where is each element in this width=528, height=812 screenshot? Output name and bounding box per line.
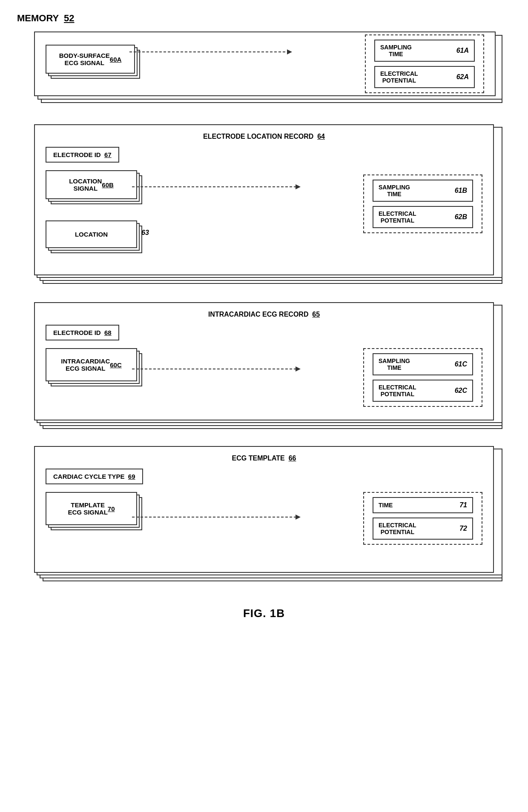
s2-title: ELECTRODE LOCATION RECORD 64 xyxy=(46,133,482,140)
s2-dashed-panel: SAMPLINGTIME 61B ELECTRICALPOTENTIAL 62B xyxy=(363,174,482,233)
s2-electrode-ref: 67 xyxy=(104,151,112,158)
s4-sig-ref: 70 xyxy=(108,505,115,512)
page-title: MEMORY 52 xyxy=(17,13,75,24)
s4-bottom-row: TEMPLATEECG SIGNAL 70 TIME 71 ELECTRICAL… xyxy=(46,492,482,545)
s2-left-col: LOCATIONSIGNAL 60B LOCATION 63 xyxy=(46,170,148,259)
fig-caption: FIG. 1B xyxy=(243,607,285,620)
s1-electrical-box: ELECTRICALPOTENTIAL 62A xyxy=(374,66,475,88)
section1-wrapper: BODY-SURFACEECG SIGNAL 60A SAMPLINGTIME … xyxy=(34,31,502,112)
s4-time-box: TIME 71 xyxy=(373,497,473,513)
s2-electrical-box: ELECTRICALPOTENTIAL 62B xyxy=(373,206,473,228)
s3-sig-stack: INTRACARDIACECG SIGNAL 60C xyxy=(46,348,148,391)
s2-sampling-box: SAMPLINGTIME 61B xyxy=(373,180,473,202)
section2-main: ELECTRODE LOCATION RECORD 64 ELECTRODE I… xyxy=(34,124,494,275)
section4-main: ECG TEMPLATE 66 CARDIAC CYCLE TYPE 69 TE… xyxy=(34,446,494,573)
s3-electrode-ref: 68 xyxy=(104,329,112,336)
s1-signal-ref: 60A xyxy=(110,56,122,63)
s1-electrical-ref: 62A xyxy=(456,73,469,81)
s4-electrical-ref: 72 xyxy=(459,525,467,532)
section1-main: BODY-SURFACEECG SIGNAL 60A SAMPLINGTIME … xyxy=(34,31,496,96)
s3-sampling-ref: 61C xyxy=(455,360,467,368)
s3-title: INTRACARDIAC ECG RECORD 65 xyxy=(46,311,482,318)
section2-wrapper: ELECTRODE LOCATION RECORD 64 ELECTRODE I… xyxy=(34,124,502,290)
s4-cardiac-box: CARDIAC CYCLE TYPE 69 xyxy=(46,469,143,484)
s2-electrode-box: ELECTRODE ID 67 xyxy=(46,147,119,163)
s3-electrical-ref: 62C xyxy=(455,387,467,395)
s4-time-label: TIME xyxy=(379,502,393,509)
s1-sampling-ref: 61A xyxy=(456,47,469,54)
s2-sampling-ref: 61B xyxy=(455,187,467,194)
s3-electrode-box: ELECTRODE ID 68 xyxy=(46,325,119,340)
s2-loc-ref-label: 63 xyxy=(141,229,149,237)
s2-loc-front: LOCATION xyxy=(46,220,137,248)
s2-bottom-row: LOCATIONSIGNAL 60B LOCATION 63 SAM xyxy=(46,170,482,259)
s4-time-ref: 71 xyxy=(459,501,467,509)
s4-sig-stack: TEMPLATEECG SIGNAL 70 xyxy=(46,492,148,535)
section3-main: INTRACARDIAC ECG RECORD 65 ELECTRODE ID … xyxy=(34,302,494,420)
s3-sig-front: INTRACARDIACECG SIGNAL 60C xyxy=(46,348,137,381)
s1-dashed-panel: SAMPLINGTIME 61A ELECTRICALPOTENTIAL 62A xyxy=(365,34,484,93)
s4-dashed-panel: TIME 71 ELECTRICALPOTENTIAL 72 xyxy=(363,492,482,545)
s2-title-ref: 64 xyxy=(317,133,325,140)
s3-sampling-box: SAMPLINGTIME 61C xyxy=(373,353,473,375)
s1-inner-stack: BODY-SURFACEECG SIGNAL 60A xyxy=(46,45,143,83)
s4-title-ref: 66 xyxy=(289,455,296,462)
section4-wrapper: ECG TEMPLATE 66 CARDIAC CYCLE TYPE 69 TE… xyxy=(34,446,502,586)
s4-title: ECG TEMPLATE 66 xyxy=(46,455,482,462)
s2-locsig-ref: 60B xyxy=(102,181,114,189)
s4-sig-front: TEMPLATEECG SIGNAL 70 xyxy=(46,492,137,525)
s1-sampling-box: SAMPLINGTIME 61A xyxy=(374,40,475,62)
s3-title-ref: 65 xyxy=(312,311,320,318)
title-ref: 52 xyxy=(64,13,74,23)
title-text: MEMORY xyxy=(17,13,59,23)
s4-electrical-box: ELECTRICALPOTENTIAL 72 xyxy=(373,518,473,540)
s3-dashed-panel: SAMPLINGTIME 61C ELECTRICALPOTENTIAL 62C xyxy=(363,348,482,407)
s3-bottom-row: INTRACARDIACECG SIGNAL 60C SAMPLINGTIME … xyxy=(46,348,482,407)
s2-locsig-stack: LOCATIONSIGNAL 60B xyxy=(46,170,148,209)
s3-electrical-box: ELECTRICALPOTENTIAL 62C xyxy=(373,380,473,402)
s2-electrical-ref: 62B xyxy=(455,213,467,221)
s3-sig-ref: 60C xyxy=(110,361,122,369)
s2-locsig-front: LOCATIONSIGNAL 60B xyxy=(46,170,137,199)
s4-cardiac-ref: 69 xyxy=(128,473,135,480)
s1-signal-box: BODY-SURFACEECG SIGNAL 60A xyxy=(46,45,135,74)
section3-wrapper: INTRACARDIAC ECG RECORD 65 ELECTRODE ID … xyxy=(34,302,502,434)
s2-loc-stack: LOCATION 63 xyxy=(46,220,148,259)
